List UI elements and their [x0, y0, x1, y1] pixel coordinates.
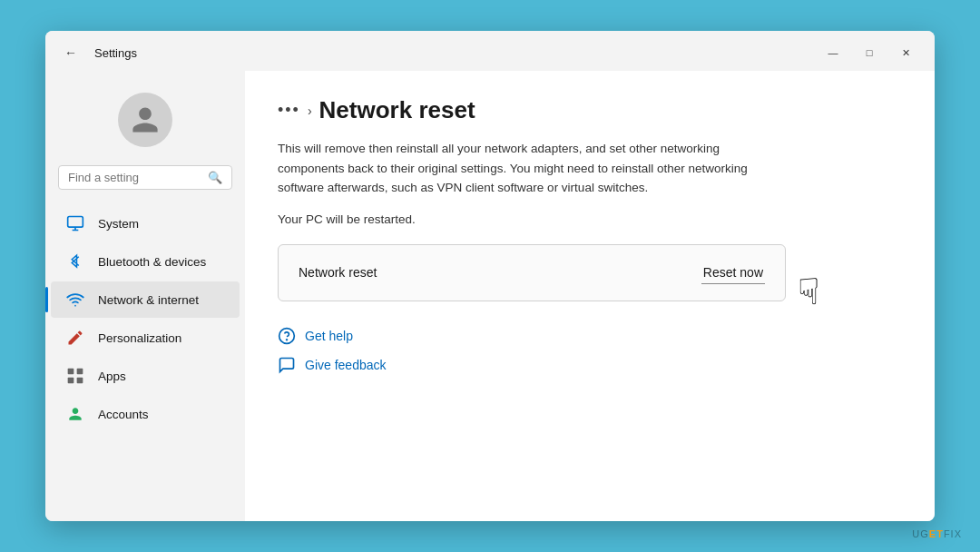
watermark-highlight: ET: [929, 528, 944, 539]
reset-card-label: Network reset: [299, 265, 377, 280]
give-feedback-link[interactable]: Give feedback: [278, 356, 902, 374]
sidebar-item-personalization[interactable]: Personalization: [51, 320, 240, 356]
reset-now-button[interactable]: Reset now: [701, 261, 765, 284]
main-content: 🔍 System Bluetooth & device: [45, 71, 935, 521]
search-icon: 🔍: [208, 171, 222, 184]
reset-card: Network reset Reset now ☟: [278, 244, 786, 301]
network-icon: [65, 290, 85, 310]
window-controls: — □ ✕: [817, 40, 922, 65]
sidebar-item-apps[interactable]: Apps: [51, 358, 240, 394]
sidebar-item-personalization-label: Personalization: [98, 331, 181, 345]
personalization-icon: [65, 328, 85, 348]
svg-rect-3: [77, 369, 83, 375]
watermark: UGETFIX: [912, 528, 962, 539]
minimize-button[interactable]: —: [817, 40, 849, 65]
close-button[interactable]: ✕: [889, 40, 922, 65]
apps-icon: [65, 366, 85, 386]
content-area: ••• › Network reset This will remove the…: [245, 71, 935, 521]
svg-rect-4: [68, 378, 74, 384]
bluetooth-icon: [65, 251, 85, 271]
svg-point-7: [287, 340, 288, 340]
give-feedback-icon: [278, 356, 296, 374]
hand-cursor-icon: ☟: [798, 271, 819, 312]
breadcrumb-dots: •••: [278, 101, 300, 120]
svg-rect-0: [68, 217, 83, 228]
maximize-button[interactable]: □: [853, 40, 886, 65]
sidebar-item-system-label: System: [98, 217, 139, 231]
sidebar-item-accounts-label: Accounts: [98, 408, 149, 421]
svg-point-1: [74, 305, 76, 307]
sidebar-item-network[interactable]: Network & internet: [51, 281, 240, 318]
description-text: This will remove then reinstall all your…: [278, 139, 786, 198]
svg-rect-5: [77, 378, 83, 384]
sidebar-item-apps-label: Apps: [98, 370, 126, 383]
help-links: Get help Give feedback: [278, 327, 902, 374]
system-icon: [65, 213, 85, 233]
sidebar-item-bluetooth-label: Bluetooth & devices: [98, 255, 206, 269]
avatar: [118, 93, 172, 147]
reset-now-container: Reset now ☟: [701, 261, 765, 284]
sidebar: 🔍 System Bluetooth & device: [45, 71, 245, 521]
restart-notice: Your PC will be restarted.: [278, 212, 902, 226]
breadcrumb-arrow: ›: [308, 104, 312, 118]
sidebar-item-accounts[interactable]: Accounts: [51, 396, 240, 432]
get-help-link[interactable]: Get help: [278, 327, 902, 345]
sidebar-item-system[interactable]: System: [51, 205, 240, 242]
svg-rect-2: [68, 369, 74, 375]
get-help-icon: [278, 327, 296, 345]
breadcrumb: ••• › Network reset: [278, 96, 902, 124]
sidebar-item-network-label: Network & internet: [98, 293, 199, 307]
back-button[interactable]: ←: [58, 40, 83, 65]
page-title: Network reset: [319, 96, 475, 124]
title-bar: ← Settings — □ ✕: [45, 31, 935, 71]
search-input[interactable]: [68, 171, 201, 184]
sidebar-item-bluetooth[interactable]: Bluetooth & devices: [51, 243, 240, 280]
accounts-icon: [65, 404, 85, 424]
user-avatar-section: [45, 78, 245, 165]
get-help-label: Get help: [305, 329, 353, 343]
give-feedback-label: Give feedback: [305, 358, 387, 372]
search-box[interactable]: 🔍: [58, 165, 232, 190]
window-title: Settings: [94, 46, 137, 60]
